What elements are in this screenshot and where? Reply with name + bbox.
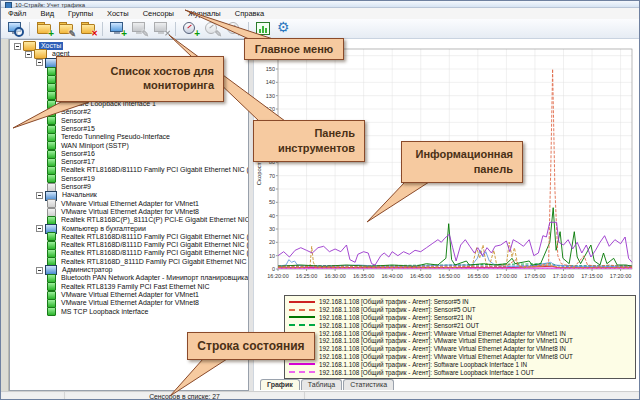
chart-window-icon [256,22,270,35]
edit-host-button: ✎ [129,19,149,38]
legend-label: 192.168.1.108 [Общий трафик - Агент]: Se… [319,322,479,329]
tree-item-realtek-rtl8168d-8111d-family-[interactable]: Realtek RTL8168D/8111D Family PCI Gigabi… [10,233,248,241]
tree-item-vmware-virtual-ethernet-adapte[interactable]: VMware Virtual Ethernet Adapter for VMne… [10,291,248,299]
tree-item-label: Sensor#2 [59,108,93,116]
settings-button[interactable]: ⚙ [275,19,295,38]
expand-toggle-icon[interactable] [36,225,43,232]
tree-item-sensor#3[interactable]: Sensor#3 [10,117,248,125]
edit-overlay-icon: ✎ [141,29,149,39]
tree-item-label: Начальник [60,191,99,199]
legend-label: 192.168.1.108 [Общий трафик - Агент]: So… [319,369,534,376]
plus-overlay-icon: + [48,29,54,39]
tree-item-teredo-tunneling-pseudo-interf[interactable]: Teredo Tunneling Pseudo-Interface [10,133,248,141]
menu-item-sensors[interactable]: Сенсоры [136,9,181,19]
gear-icon: ⚙ [277,19,290,36]
tree-item-label: Realtek RTL8168D/8111D Family PCI Gigabi… [59,241,249,249]
legend-label: 192.168.1.108 [Общий трафик - Агент]: Se… [319,298,469,305]
tree-item-label: Teredo Tunneling Pseudo-Interface [59,133,172,141]
tree-item-label: Sensor#16 [59,150,97,158]
tree-item-label: Sensor#17 [59,158,97,166]
tree-item-vmware-virtual-ethernet-adapte[interactable]: VMware Virtual Ethernet Adapter for VMne… [10,208,248,216]
add-host-button[interactable]: + [107,19,127,38]
legend-label: 192.168.1.108 [Общий трафик - Агент]: So… [319,361,527,368]
tree-item-администратор[interactable]: Администратор [10,266,248,274]
tree-item-ms-tcp-loopback-interface[interactable]: MS TCP Loopback interface [10,308,248,316]
tree-item-label: Sensor#19 [59,175,97,183]
dock-strip [1,39,9,391]
svg-text:16:20:00: 16:20:00 [267,273,288,279]
tree-item-label: Realtek RTL8168D/8111D Family PCI Gigabi… [59,166,249,174]
sensor-icon [47,141,56,150]
tree-item-vmware-virtual-ethernet-adapte[interactable]: VMware Virtual Ethernet Adapter for VMne… [10,299,248,307]
tree-item-wan-miniport-sstp-[interactable]: WAN Miniport (SSTP) [10,142,248,150]
show-graph-button[interactable] [253,19,273,38]
expand-toggle-icon[interactable] [36,192,43,199]
tree-item-realtek-rtl8139-family-pci-fas[interactable]: Realtek RTL8139 Family PCI Fast Ethernet… [10,283,248,291]
legend-line-swatch [289,363,315,365]
expand-toggle-icon[interactable] [36,59,43,66]
del-overlay-icon: ✕ [91,29,98,39]
callout-hosts-list: Список хостов для мониторинга [56,56,224,102]
tree-item-label: Компьютер в бухгалтерии [60,225,148,233]
plus-overlay-icon: + [194,29,200,39]
tree-item-label: Realtek RTL8168D/8111D Family PCI Gigabi… [59,249,249,257]
chart-legend: 192.168.1.108 [Общий трафик - Агент]: Se… [284,295,636,379]
tree-item-sensor#19[interactable]: Sensor#19 [10,175,248,183]
view-tabs: ГрафикТаблицаСтатистика [260,379,395,390]
svg-text:10: 10 [269,253,275,259]
toolbar-separator [29,22,30,36]
expand-toggle-icon[interactable] [25,51,32,58]
legend-row: 192.168.1.108 [Общий трафик - Агент]: Se… [289,314,631,322]
tree-item-label: MS TCP Loopback interface [59,308,150,316]
tree-item-label: Realtek RTL8139 Family PCI Fast Ethernet… [59,283,211,291]
legend-label: 192.168.1.108 [Общий трафик - Агент]: Se… [319,306,476,313]
edit-overlay-icon: ✎ [68,29,76,39]
tab-table[interactable]: Таблица [301,379,342,390]
status-pane-rest [305,392,640,400]
toolbar-separator [175,22,176,36]
tree-item-sensor#2[interactable]: Sensor#2 [10,108,248,116]
del-overlay-icon: ✕ [164,29,171,39]
legend-row: 192.168.1.108 [Общий трафик - Агент]: VM… [289,329,631,337]
tree-item-label: Realtek RTL8168C(P)_8111C(P) PCI-E Gigab… [59,216,249,224]
add-group-button[interactable]: + [34,19,54,38]
expand-toggle-icon[interactable] [36,267,43,274]
tree-item-vmware-virtual-ethernet-adapte[interactable]: VMware Virtual Ethernet Adapter for VMne… [10,200,248,208]
tree-item-начальник[interactable]: Начальник [10,191,248,199]
svg-text:17:00:00: 17:00:00 [496,273,517,279]
find-hosts-button[interactable] [5,19,25,38]
tab-graph[interactable]: График [260,379,300,390]
svg-text:30: 30 [269,226,275,232]
legend-row: 192.168.1.108 [Общий трафик - Агент]: Se… [289,321,631,329]
app-window: 10-Страйк: Учет трафика ФайлВидГруппыХос… [0,0,640,400]
tab-stats[interactable]: Статистика [343,379,394,390]
tree-item-sensor#15[interactable]: Sensor#15 [10,125,248,133]
legend-label: 192.168.1.108 [Общий трафик - Агент]: VM… [319,345,566,352]
legend-label: 192.168.1.108 [Общий трафик - Агент]: Se… [319,314,472,321]
tree-item-bluetooth-pan-network-adapter-[interactable]: Bluetooth PAN Network Adapter - Минипорт… [10,274,248,282]
callout-toolbar: Панель инструментов [253,120,365,162]
menu-item-help[interactable]: Справка [228,9,271,19]
tree-item-realtek-rtl8168d-8111d-family-[interactable]: Realtek RTL8168D/8111D Family PCI Gigabi… [10,249,248,257]
menu-item-groups[interactable]: Группы [61,9,100,19]
tree-item-sensor#17[interactable]: Sensor#17 [10,158,248,166]
add-sensor-button[interactable]: + [180,19,200,38]
expand-toggle-icon[interactable] [14,43,21,50]
tree-item-label: Sensor#9 [59,183,93,191]
delete-group-button[interactable]: ✕ [78,19,98,38]
edit-group-button[interactable]: ✎ [56,19,76,38]
tree-item-label: VMware Virtual Ethernet Adapter for VMne… [59,291,201,299]
tree-item-sensor#16[interactable]: Sensor#16 [10,150,248,158]
legend-row: 192.168.1.108 [Общий трафик - Агент]: Se… [289,306,631,314]
tree-item-компьютер-в-бухгалтерии[interactable]: Компьютер в бухгалтерии [10,225,248,233]
callout-main-menu: Главное меню [244,38,344,60]
tree-item-realtek-rtl8168d-8111d-family-[interactable]: Realtek RTL8168D/8111D Family PCI Gigabi… [10,241,248,249]
legend-line-swatch [289,301,315,303]
menu-item-hosts[interactable]: Хосты [100,9,136,19]
tree-item-realtek-rtl8168d-8111d-family-[interactable]: Realtek RTL8168D/8111D Family PCI Gigabi… [10,166,248,174]
menu-item-logs[interactable]: Журналы [181,9,228,19]
toolbar-separator [248,22,249,36]
menu-item-view[interactable]: Вид [33,9,61,19]
menu-item-file[interactable]: Файл [1,9,33,19]
tree-item-label: Sensor#3 [59,117,93,125]
